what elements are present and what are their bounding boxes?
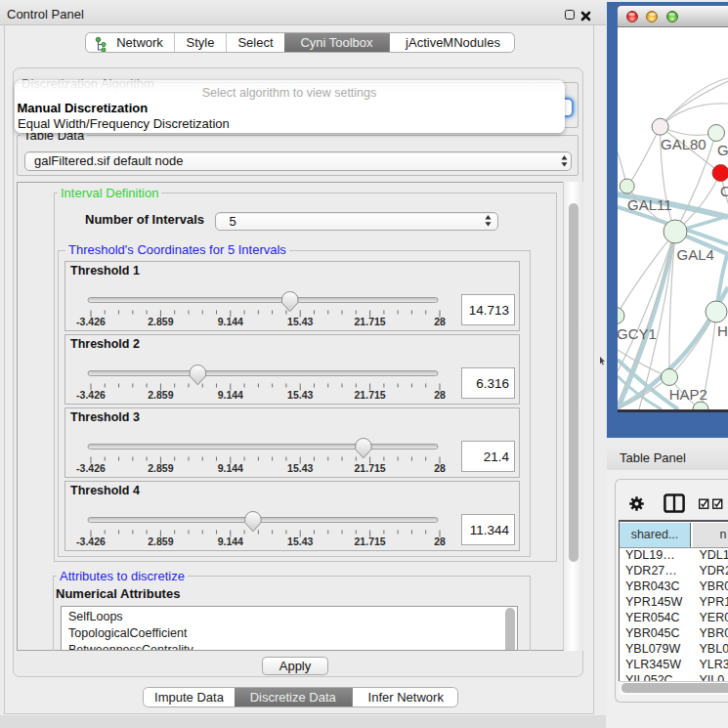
svg-text:GCY1: GCY1 [618,324,657,341]
svg-text:H: H [717,322,728,339]
svg-text:C: C [720,182,728,198]
svg-text:GAL4: GAL4 [677,245,714,262]
svg-text:GA: GA [717,142,728,158]
svg-text:GAL11: GAL11 [627,195,672,212]
svg-text:GAL80: GAL80 [661,135,707,151]
svg-text:HAP2: HAP2 [669,386,707,403]
